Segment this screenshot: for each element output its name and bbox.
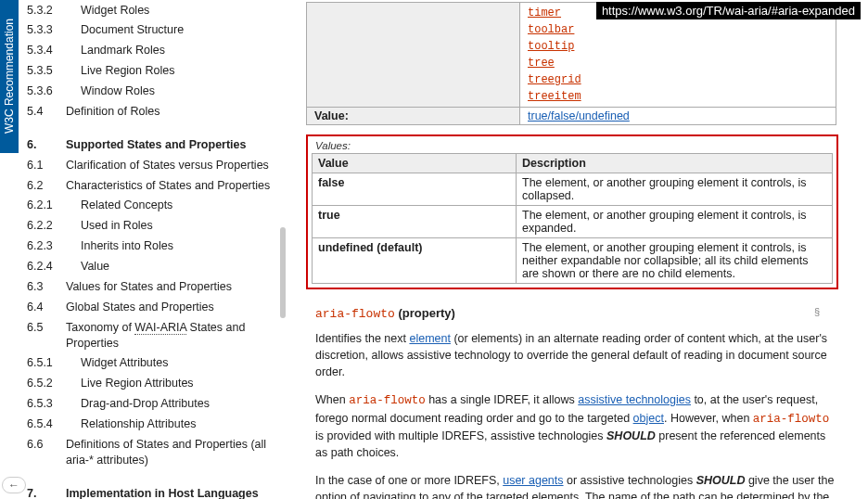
toc-number: 6.2.3 [21,238,66,254]
toc-item[interactable]: 5.3.5Live Region Roles [21,61,278,82]
table-row: Value: true/false/undefined [307,108,836,125]
toc-number: 6.5.3 [21,396,66,412]
values-row: undefined (default)The element, or anoth… [313,238,833,284]
toc-number: 6.5.2 [21,376,66,391]
link-element[interactable]: element [409,332,450,345]
toc-number: 6. [21,137,66,153]
values-header-description: Description [517,154,833,173]
value-label: Value: [307,108,520,125]
toc-item[interactable]: 6.4Global States and Properties [21,297,278,317]
toc-title: Values for States and Properties [66,279,278,295]
toc-title: Used in Roles [66,218,278,234]
toc-title: Relationship Attributes [66,416,278,432]
main-content: timertoolbartooltiptreetreegridtreeitem … [297,0,853,499]
back-arrow-button[interactable]: ← [2,477,26,493]
role-link[interactable]: toolbar [528,21,828,38]
value-name: undefined (default) [313,238,517,284]
aria-flowto-code: aria-flowto [315,307,395,321]
values-row: falseThe element, or another grouping el… [313,173,833,206]
toc-item[interactable]: 6.2.2Used in Roles [21,216,278,237]
toc-number: 6.5.4 [21,416,66,432]
toc-number: 5.3.4 [21,43,66,58]
aria-flowto-p2: When aria-flowto has a single IDREF, it … [315,391,836,461]
w3c-recommendation-tab[interactable]: W3C Recommendation [0,0,19,153]
toc-item[interactable]: 5.3.3Document Structure [21,20,278,41]
values-row: trueThe element, or another grouping ele… [313,206,833,238]
toc-title: Landmark Roles [66,43,278,58]
toc-number: 5.3.3 [21,22,66,38]
characteristics-table: timertoolbartooltiptreetreegridtreeitem … [306,2,836,125]
toc-title: Taxonomy of WAI-ARIA States and Properti… [66,320,278,352]
role-link[interactable]: treeitem [528,88,828,105]
toc-title: Implementation in Host Languages [66,486,278,499]
toc-title: Live Region Attributes [66,376,278,391]
toc-item[interactable]: 6.6Definitions of States and Properties … [21,434,278,470]
toc-item[interactable]: 6.2Characteristics of States and Propert… [21,175,278,196]
toc-title: Clarification of States versus Propertie… [66,158,278,173]
toc-number: 5.3.2 [21,3,66,19]
role-link[interactable]: treegrid [528,71,828,88]
toc-title: Live Region Roles [66,63,278,79]
toc-number: 6.3 [21,279,66,295]
toc-item[interactable]: 6.5Taxonomy of WAI-ARIA States and Prope… [21,317,278,353]
toc-sidebar: 5.3.2Widget Roles5.3.3Document Structure… [21,0,286,499]
toc-item[interactable]: 6.5.4Relationship Attributes [21,415,278,435]
toc-item[interactable]: 6.Supported States and Properties [21,134,278,155]
toc-number: 6.2.1 [21,198,66,213]
toc-item[interactable]: 6.1Clarification of States versus Proper… [21,155,278,175]
values-header-value: Value [313,154,517,173]
value-name: true [313,206,517,238]
toc-item[interactable]: 6.2.1Related Concepts [21,196,278,216]
toc-item[interactable]: 6.5.2Live Region Attributes [21,374,278,394]
toc-number: 6.2 [21,178,66,194]
toc-item[interactable]: 6.2.3Inherits into Roles [21,237,278,257]
toc-number: 5.3.6 [21,83,66,99]
value-link[interactable]: true/false/undefined [528,109,630,122]
toc-title: Global States and Properties [66,300,278,315]
toc-item[interactable]: 6.3Values for States and Properties [21,276,278,297]
link-user-agents[interactable]: user agents [503,474,563,487]
toc-item[interactable]: 6.2.4Value [21,257,278,277]
toc-number: 5.3.5 [21,63,66,79]
toc-number: 6.4 [21,300,66,315]
toc-number: 6.5.1 [21,355,66,371]
value-description: The element, or another grouping element… [517,173,833,206]
related-roles-cell [307,3,520,108]
values-table: Value Description falseThe element, or a… [312,153,833,284]
toc-title: Definitions of States and Properties (al… [66,437,278,468]
aria-flowto-p3: In the case of one or more IDREFS, user … [315,472,836,499]
toc-item[interactable]: 5.3.6Window Roles [21,82,278,102]
link-object[interactable]: object [633,412,664,425]
toc-number: 6.5 [21,320,66,336]
toc-number: 7. [21,486,66,499]
toc-item[interactable]: 5.3.2Widget Roles [21,0,278,20]
toc-title: Related Concepts [66,198,278,213]
sidebar-scrollbar-thumb[interactable] [280,227,286,318]
toc-title: Widget Attributes [66,355,278,371]
toc-item[interactable]: 7.Implementation in Host Languages [21,483,278,499]
aria-flowto-heading: § aria-flowto (property) [315,306,838,321]
role-link[interactable]: tooltip [528,38,828,55]
value-cell: true/false/undefined [520,108,836,125]
toc-item[interactable]: 6.5.3Drag-and-Drop Attributes [21,394,278,415]
toc-title: Characteristics of States and Properties [66,178,278,194]
toc-item[interactable]: 6.5.1Widget Attributes [21,353,278,374]
value-name: false [313,173,517,206]
toc-number: 6.2.4 [21,259,66,275]
link-assistive-technologies[interactable]: assistive technologies [578,393,691,406]
toc-title: Window Roles [66,83,278,99]
toc-item[interactable]: 5.4Definition of Roles [21,101,278,122]
aria-flowto-suffix: (property) [395,306,455,320]
url-overlay: https://www.w3.org/TR/wai-aria/#aria-exp… [596,2,861,19]
toc-title: Inherits into Roles [66,238,278,254]
toc-item[interactable]: 5.3.4Landmark Roles [21,41,278,61]
toc-number: 6.6 [21,437,66,453]
toc-number: 5.4 [21,104,66,120]
w3c-recommendation-label: W3C Recommendation [3,19,16,134]
values-caption: Values: [312,138,833,153]
toc-number: 6.2.2 [21,218,66,234]
toc-title: Definition of Roles [66,104,278,120]
toc-title: Document Structure [66,22,278,38]
role-link[interactable]: tree [528,55,828,71]
section-mark[interactable]: § [814,306,820,317]
